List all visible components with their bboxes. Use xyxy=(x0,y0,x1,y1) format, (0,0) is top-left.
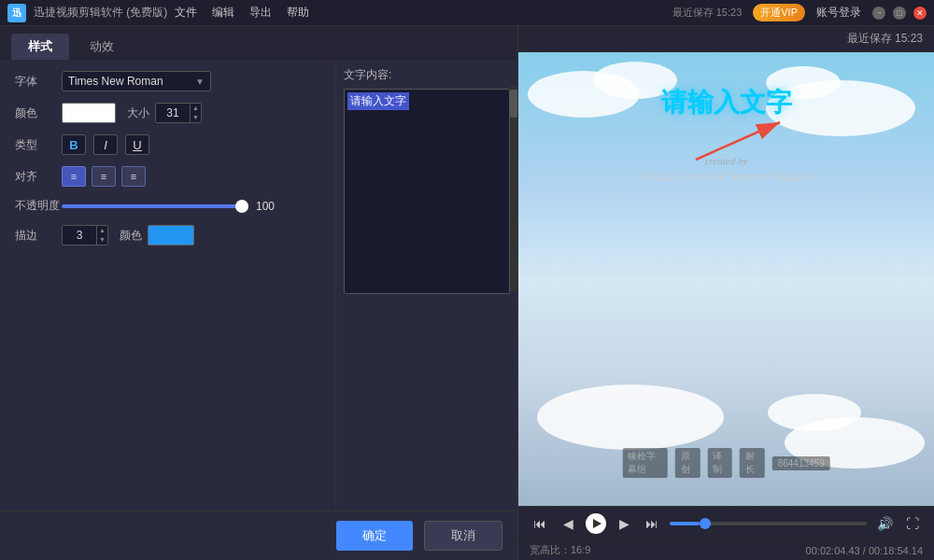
stroke-value: 3 xyxy=(63,229,96,242)
fast-forward-button[interactable]: ▶ xyxy=(614,513,634,534)
menu-export[interactable]: 导出 xyxy=(249,5,272,21)
stroke-input-group: 3 ▲ ▼ xyxy=(62,225,108,245)
font-label: 字体 xyxy=(15,74,62,90)
preview-watermarks: 橡枪字幕组 原创 译制 耐长 864413459 xyxy=(622,448,830,478)
title-left: 迅 迅捷视频剪辑软件 (免费版) 文件 编辑 导出 帮助 xyxy=(7,4,309,22)
stroke-color-label: 颜色 xyxy=(120,228,142,244)
volume-icon[interactable]: 🔊 xyxy=(874,513,895,534)
menu-file[interactable]: 文件 xyxy=(175,5,197,21)
size-input-group: 31 ▲ ▼ xyxy=(155,103,202,123)
align-center-button[interactable]: ≡ xyxy=(92,166,116,187)
align-left-button[interactable]: ≡ xyxy=(62,166,86,187)
cloud-7 xyxy=(768,394,861,431)
watermark-translate: 译制 xyxy=(707,448,732,478)
align-buttons: ≡ ≡ ≡ xyxy=(62,166,146,187)
left-panel: 样式 动效 字体 Times New Roman ▼ 颜色 xyxy=(0,26,518,560)
stroke-stepper[interactable]: ▲ ▼ xyxy=(96,226,107,245)
italic-button[interactable]: I xyxy=(93,134,118,155)
fullscreen-button[interactable]: ⛶ xyxy=(902,513,923,534)
dropdown-arrow-icon: ▼ xyxy=(195,77,205,87)
login-button[interactable]: 账号登录 xyxy=(816,5,861,21)
opacity-row: 不透明度 100 xyxy=(15,198,320,214)
stroke-label: 描边 xyxy=(15,228,62,244)
last-saved-display: 最近保存 15:23 xyxy=(847,31,923,47)
cancel-button[interactable]: 取消 xyxy=(424,521,502,551)
size-label: 大小 xyxy=(127,105,149,121)
video-progress-bar[interactable] xyxy=(670,522,867,525)
form-buttons: 确定 取消 xyxy=(0,511,517,560)
window-controls: － □ ✕ xyxy=(872,7,927,20)
tab-animation[interactable]: 动效 xyxy=(73,34,131,60)
app-title: 迅捷视频剪辑软件 (免费版) xyxy=(34,5,167,21)
video-controls: ⏮ ◀ ▶ ⏭ 🔊 ⛶ xyxy=(518,506,934,539)
main-layout: 样式 动效 字体 Times New Roman ▼ 颜色 xyxy=(0,26,934,560)
text-style-buttons: B I U xyxy=(62,134,149,155)
vip-button[interactable]: 开通VIP xyxy=(753,4,805,21)
stroke-color-picker[interactable] xyxy=(148,225,194,245)
menu-edit[interactable]: 编辑 xyxy=(212,5,234,21)
watermark-耐长: 耐长 xyxy=(740,448,765,478)
text-content-label: 文字内容: xyxy=(344,67,510,83)
size-up-icon[interactable]: ▲ xyxy=(192,104,199,113)
menu-bar: 文件 编辑 导出 帮助 xyxy=(175,5,309,21)
minimize-button[interactable]: － xyxy=(872,7,885,20)
preview-creator-name: Chuck Lorre & Steven Molaro xyxy=(518,169,934,185)
form-content-area: 字体 Times New Roman ▼ 颜色 大小 31 ▲ xyxy=(0,60,517,511)
tab-style[interactable]: 样式 xyxy=(11,34,69,60)
aspect-ratio: 宽高比：16:9 xyxy=(530,543,590,557)
opacity-label: 不透明度 xyxy=(15,198,62,214)
progress-thumb[interactable] xyxy=(700,518,711,529)
stroke-row: 描边 3 ▲ ▼ 颜色 xyxy=(15,225,320,245)
rewind-button[interactable]: ◀ xyxy=(558,513,578,534)
size-down-icon[interactable]: ▼ xyxy=(192,113,199,122)
preview-created-by: created by xyxy=(518,155,934,166)
right-panel: 最近保存 15:23 请输入文字 xyxy=(518,26,934,560)
color-picker[interactable] xyxy=(62,103,116,123)
play-icon xyxy=(593,519,601,528)
app-logo: 迅 xyxy=(7,4,26,22)
maximize-button[interactable]: □ xyxy=(893,7,906,20)
bold-button[interactable]: B xyxy=(62,134,86,155)
text-content-panel: 文字内容: 请输入文字 xyxy=(335,60,517,511)
skip-forward-button[interactable]: ⏭ xyxy=(642,513,662,534)
menu-help[interactable]: 帮助 xyxy=(287,5,309,21)
svg-line-1 xyxy=(696,122,780,160)
stroke-up-icon[interactable]: ▲ xyxy=(99,226,106,235)
size-stepper[interactable]: ▲ ▼ xyxy=(190,104,201,122)
align-row: 对齐 ≡ ≡ ≡ xyxy=(15,166,320,187)
top-bar: 最近保存 15:23 xyxy=(518,26,934,52)
font-value: Times New Roman xyxy=(68,75,163,88)
color-label: 颜色 xyxy=(15,105,62,121)
close-button[interactable]: ✕ xyxy=(913,7,927,20)
preview-background: 请输入文字 created by Chuck Lorre & Steven Mo… xyxy=(518,52,934,506)
stroke-down-icon[interactable]: ▼ xyxy=(99,235,106,245)
text-content-editor: 请输入文字 xyxy=(344,89,510,297)
play-button[interactable] xyxy=(586,513,606,534)
scrollbar-thumb[interactable] xyxy=(510,90,517,118)
form-area: 字体 Times New Roman ▼ 颜色 大小 31 ▲ xyxy=(0,60,335,511)
last-saved: 最近保存 15:23 xyxy=(672,6,743,20)
title-bar: 迅 迅捷视频剪辑软件 (免费版) 文件 编辑 导出 帮助 最近保存 15:23 … xyxy=(0,0,934,26)
watermark-contact: 864413459 xyxy=(772,456,830,470)
scrollbar-track[interactable] xyxy=(510,86,517,291)
size-value: 31 xyxy=(156,106,190,119)
color-row: 颜色 大小 31 ▲ ▼ xyxy=(15,103,320,123)
progress-fill xyxy=(670,522,700,525)
watermark-team: 橡枪字幕组 xyxy=(622,448,668,478)
type-row: 类型 B I U xyxy=(15,134,320,155)
cloud-5 xyxy=(537,385,724,450)
align-right-button[interactable]: ≡ xyxy=(121,166,146,187)
title-right: 最近保存 15:23 开通VIP 账号登录 － □ ✕ xyxy=(672,4,927,21)
opacity-value: 100 xyxy=(256,200,284,213)
video-preview: 请输入文字 created by Chuck Lorre & Steven Mo… xyxy=(518,52,934,506)
opacity-slider[interactable] xyxy=(62,204,248,208)
underline-button[interactable]: U xyxy=(125,134,149,155)
font-row: 字体 Times New Roman ▼ xyxy=(15,71,320,91)
skip-back-button[interactable]: ⏮ xyxy=(530,513,550,534)
font-selector[interactable]: Times New Roman ▼ xyxy=(62,71,211,91)
text-input[interactable] xyxy=(344,89,510,294)
tab-bar: 样式 动效 xyxy=(0,26,517,60)
confirm-button[interactable]: 确定 xyxy=(336,521,413,551)
align-label: 对齐 xyxy=(15,169,62,185)
watermark-original: 原创 xyxy=(675,448,700,478)
